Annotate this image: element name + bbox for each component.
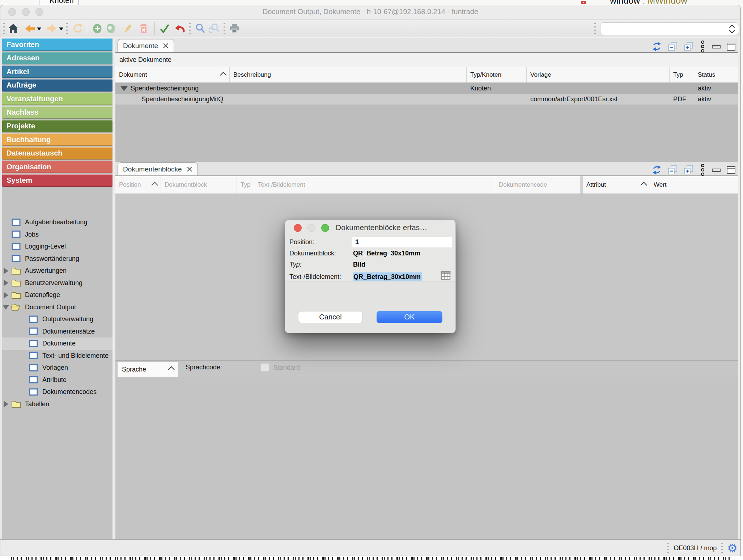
table-row[interactable]: SpendenbescheinigungMitQ common/adrExpor… xyxy=(115,94,738,105)
combobox-stepper-icon[interactable] xyxy=(729,24,735,34)
add-duplicate-icon[interactable] xyxy=(106,23,116,34)
sidebar-button-nachlass[interactable]: Nachlass xyxy=(2,106,112,119)
column-header-wert[interactable]: Wert xyxy=(650,176,736,194)
sidebar-button-adressen[interactable]: Adressen xyxy=(2,52,112,64)
tree-item-document-output[interactable]: Document Output xyxy=(2,301,112,314)
column-header-text-bildelement[interactable]: Text-/Bildelement xyxy=(254,176,495,194)
collapse-all-icon[interactable] xyxy=(668,165,678,175)
tree-item-auswertungen[interactable]: Auswertungen xyxy=(2,265,112,277)
sidebar-button-artikel[interactable]: Artikel xyxy=(2,65,112,78)
edit-icon[interactable] xyxy=(123,23,133,34)
confirm-icon[interactable] xyxy=(160,23,170,34)
toolbar-drag-handle[interactable] xyxy=(3,23,5,34)
lookup-table-icon[interactable] xyxy=(441,271,451,280)
expanded-row-icon[interactable] xyxy=(120,86,128,91)
column-header-vorlage[interactable]: Vorlage xyxy=(527,67,670,82)
expand-all-icon[interactable] xyxy=(684,42,693,51)
panel-menu-icon[interactable] xyxy=(700,164,706,176)
column-header-position[interactable]: Position xyxy=(115,176,161,194)
cancel-button[interactable]: Cancel xyxy=(298,311,363,323)
sidebar-button-auftraege[interactable]: Aufträge xyxy=(2,79,112,92)
position-input[interactable] xyxy=(352,237,452,247)
dialog-zoom-traffic-light[interactable] xyxy=(321,224,329,232)
tree-item-vorlagen[interactable]: Vorlagen xyxy=(2,362,112,374)
collapsed-arrow-icon[interactable] xyxy=(2,268,11,274)
maximize-panel-icon[interactable] xyxy=(727,43,735,51)
tree-item-datenpflege[interactable]: Datenpflege xyxy=(2,289,112,301)
table-row[interactable]: Spendenbescheinigung Knoten aktiv xyxy=(115,83,738,94)
tree-item-aufgabenbearbeitung[interactable]: Aufgabenbearbeitung xyxy=(2,216,112,229)
collapsed-arrow-icon[interactable] xyxy=(2,401,11,407)
column-header-dokument[interactable]: Dokument xyxy=(115,67,230,82)
sidebar-button-datenaustausch[interactable]: Datenaustausch xyxy=(2,147,112,160)
titlebar[interactable]: Document Output, Dokumente - h-10-67@192… xyxy=(0,5,740,19)
quick-search-combobox[interactable] xyxy=(600,22,739,35)
expanded-arrow-icon[interactable] xyxy=(2,305,11,310)
collapsed-arrow-icon[interactable] xyxy=(2,292,11,298)
toolbar-drag-handle[interactable] xyxy=(594,23,596,34)
tab-dokumente[interactable]: Dokumente xyxy=(118,39,174,52)
maximize-panel-icon[interactable] xyxy=(727,166,735,174)
column-header-typ[interactable]: Typ xyxy=(237,176,254,194)
standard-checkbox[interactable] xyxy=(260,363,269,372)
close-tab-icon[interactable] xyxy=(186,166,192,172)
back-icon[interactable] xyxy=(24,23,35,34)
tree-item-jobs[interactable]: Jobs xyxy=(2,229,112,241)
sidebar-button-buchhaltung[interactable]: Buchhaltung xyxy=(2,133,112,146)
column-header-sprache[interactable]: Sprache xyxy=(118,362,178,377)
tree-item-text-und-bildelemente[interactable]: Text- und Bildelemente xyxy=(2,350,112,362)
position-value[interactable]: 1 xyxy=(355,238,359,246)
home-icon[interactable] xyxy=(8,23,19,34)
dialog-titlebar[interactable]: Dokumentenblöcke erfas… xyxy=(285,220,455,236)
forward-dropdown-icon[interactable] xyxy=(59,27,63,30)
column-header-dokumentencode[interactable]: Dokumentencode xyxy=(495,176,581,194)
forward-icon[interactable] xyxy=(46,23,58,34)
collapse-all-icon[interactable] xyxy=(668,42,678,51)
refresh-icon[interactable] xyxy=(72,23,82,34)
refresh-panel-icon[interactable] xyxy=(652,165,662,175)
tree-item-dokumentensaetze[interactable]: Dokumentensätze xyxy=(2,326,112,338)
back-dropdown-icon[interactable] xyxy=(37,27,41,30)
search-refresh-icon[interactable] xyxy=(209,23,220,34)
tree-item-dokumente[interactable]: Dokumente xyxy=(2,338,112,350)
dialog-close-traffic-light[interactable] xyxy=(294,224,302,232)
toolbar-drag-handle[interactable] xyxy=(224,23,225,34)
column-header-dokumentblock[interactable]: Dokumentblock xyxy=(161,176,237,194)
refresh-panel-icon[interactable] xyxy=(652,42,662,51)
column-header-typ-knoten[interactable]: Typ/Knoten xyxy=(467,67,527,82)
tree-item-passwortaenderung[interactable]: Passwortänderung xyxy=(2,253,112,265)
minimize-panel-icon[interactable] xyxy=(712,45,721,48)
undo-icon[interactable] xyxy=(174,23,185,34)
sidebar-button-favoriten[interactable]: Favoriten xyxy=(2,38,112,51)
panel-menu-icon[interactable] xyxy=(700,41,706,52)
minimize-panel-icon[interactable] xyxy=(712,169,721,172)
column-header-beschreibung[interactable]: Beschreibung xyxy=(230,67,467,82)
sidebar-button-veranstaltungen[interactable]: Veranstaltungen xyxy=(2,93,112,105)
tree-item-attribute[interactable]: Attribute xyxy=(2,374,112,386)
sidebar-button-projekte[interactable]: Projekte xyxy=(2,120,112,132)
column-header-status[interactable]: Status xyxy=(694,67,738,82)
tree-item-logging-level[interactable]: Logging-Level xyxy=(2,241,112,253)
search-icon[interactable] xyxy=(195,23,205,34)
close-tab-icon[interactable] xyxy=(162,43,169,49)
tree-item-dokumentencodes[interactable]: Dokumentencodes xyxy=(2,386,112,398)
add-icon[interactable] xyxy=(93,23,102,34)
sidebar-button-system[interactable]: System xyxy=(2,174,112,187)
tree-item-outputverwaltung[interactable]: Outputverwaltung xyxy=(2,313,112,326)
tree-item-benutzerverwaltung[interactable]: Benutzerverwaltung xyxy=(2,277,112,289)
tree-item-tabellen[interactable]: Tabellen xyxy=(2,398,112,411)
delete-icon[interactable] xyxy=(139,23,148,34)
text-bildelement-input[interactable]: QR_Betrag_30x10mm xyxy=(353,272,422,281)
print-icon[interactable] xyxy=(229,23,240,34)
toolbar-drag-handle[interactable] xyxy=(189,23,191,34)
statusbar-drag-handle[interactable] xyxy=(667,543,669,553)
expand-all-icon[interactable] xyxy=(684,165,693,175)
toolbar-drag-handle[interactable] xyxy=(66,23,68,34)
sidebar-button-organisation[interactable]: Organisation xyxy=(2,161,112,173)
settings-gear-icon[interactable]: ⚙ xyxy=(727,542,738,554)
column-header-typ[interactable]: Typ xyxy=(670,67,694,82)
tab-dokumentenbloecke[interactable]: Dokumentenblöcke xyxy=(118,162,198,175)
column-header-attribut[interactable]: Attribut xyxy=(583,176,650,194)
ok-button[interactable]: OK xyxy=(377,311,442,323)
statusbar-drag-handle[interactable] xyxy=(721,543,723,553)
